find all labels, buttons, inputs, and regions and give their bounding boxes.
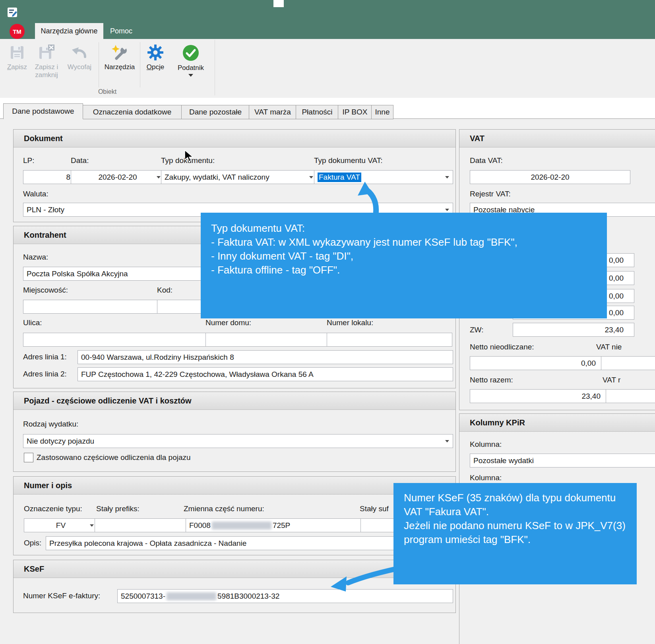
kolumna-combobox[interactable]: Pozostałe wydatki (470, 454, 655, 467)
waluta-value: PLN - Złoty (27, 206, 64, 214)
options-button[interactable]: Opcje (143, 41, 168, 92)
netto-razem-value: 23,40 (581, 392, 601, 401)
tab-ip-box[interactable]: IP BOX (338, 105, 372, 119)
save-button[interactable]: Zapisz (3, 41, 31, 92)
ksef-start: 5250007313- (121, 592, 165, 600)
numer-domu-input[interactable] (205, 333, 330, 347)
adres2-label: Adres linia 2: (23, 369, 67, 379)
tooltip-arrow-up-icon (338, 177, 401, 217)
data-vat-label: Data VAT: (470, 156, 503, 165)
tab-dane-pozostale[interactable]: Dane pozostałe (181, 105, 250, 119)
tab-platnosci[interactable]: Płatności (296, 105, 339, 119)
staly-prefiks-input[interactable] (95, 518, 189, 532)
netto-razem-input[interactable]: 23,40 (470, 389, 611, 403)
numer-ksef-value: 5250007313-5981B3000213-32 (121, 592, 279, 601)
chevron-down-icon (157, 176, 161, 178)
kolumna-value: Pozostałe wydatki (473, 456, 534, 465)
opis-label: Opis: (24, 538, 41, 548)
panel-kolumny-kpir-title: Kolumny KPiR (459, 414, 655, 432)
redacted-text (167, 592, 216, 600)
application-window: { "colors": { "titlebar_green": "#4e7d6e… (0, 0, 655, 644)
data-vat-input[interactable]: 2026-02-20 (470, 170, 630, 184)
tab-dane-podstawowe[interactable]: Dane podstawowe (3, 103, 83, 119)
ribbon-group-label: Obiekt (0, 88, 215, 95)
redacted-text (212, 522, 271, 530)
ribbon-tab-home[interactable]: Narzędzia główne (35, 23, 103, 39)
vat-amount-value: 0,00 (609, 256, 624, 265)
panel-vat-title: VAT (459, 130, 655, 147)
netto-nieodliczane-value: 0,00 (581, 359, 596, 368)
netto-nieodliczane-input[interactable]: 0,00 (470, 356, 607, 370)
typ-dokumentu-combobox[interactable]: Zakupy, wydatki, VAT naliczony (161, 170, 317, 184)
oznaczenie-typu-combobox[interactable]: FV (24, 518, 98, 532)
tooltip-line: - Inny dokument VAT - tag "DI", (211, 249, 597, 263)
staly-sufiks-label: Stały suf (360, 504, 389, 514)
data-vat-value: 2026-02-20 (531, 173, 569, 182)
tab-inne[interactable]: Inne (371, 105, 393, 119)
data-value: 2026-02-20 (98, 173, 137, 182)
zmienna-czesc-input[interactable]: F0008725P (186, 518, 364, 532)
ulica-label: Ulica: (23, 318, 42, 328)
save-and-close-button[interactable]: Zapisz i zamknij (33, 41, 60, 92)
adres2-input[interactable]: FUP Częstochowa 1, 42-229 Częstochowa, W… (78, 367, 453, 381)
tooltip-arrow-left-icon (325, 555, 421, 599)
zw-value: 23,40 (605, 326, 624, 334)
ribbon-tab-help[interactable]: Pomoc (103, 23, 139, 39)
vehicle-partial-deduction-checkbox[interactable] (24, 453, 33, 462)
vat-amount-value: 0,00 (609, 292, 624, 301)
chevron-down-icon (445, 440, 449, 442)
tooltip-ksef: Numer KSeF (35 znaków) dla typu dokument… (393, 483, 637, 584)
adres1-value: 00-940 Warszawa, ul.Rodziny Hiszpańskich… (81, 353, 234, 362)
window-artifact (273, 0, 284, 7)
zmienna-czesc-label: Zmienna część numeru: (184, 504, 264, 514)
zmienna-start: F0008 (189, 521, 211, 530)
opis-input[interactable]: Przesyłka polecona krajowa - Opłata zasa… (46, 536, 453, 550)
adres1-label: Adres linia 1: (23, 352, 67, 362)
mouse-cursor (184, 149, 195, 162)
rodzaj-wydatku-value: Nie dotyczy pojazdu (27, 437, 94, 446)
tools-button[interactable]: Narzędzia (102, 41, 138, 92)
chevron-down-icon (445, 176, 449, 178)
netto-nieodliczane-label: Netto nieodliczane: (470, 342, 534, 352)
staly-prefiks-label: Stały prefiks: (96, 504, 140, 514)
vat-razem-input[interactable] (606, 389, 655, 403)
vehicle-partial-deduction-label: Zastosowano częściowe odliczenia dla poj… (37, 453, 191, 462)
data-combobox[interactable]: 2026-02-20 (71, 170, 165, 184)
zw-input[interactable]: 23,40 (513, 323, 634, 337)
numer-lokalu-input[interactable] (327, 333, 452, 347)
numer-ksef-label: Numer KSeF e-faktury: (23, 591, 100, 601)
app-logo-button[interactable]: TM (10, 24, 25, 39)
zmienna-czesc-value: F0008725P (189, 521, 290, 530)
tab-oznaczenia-dodatkowe[interactable]: Oznaczenia dodatkowe (82, 105, 182, 119)
nazwa-value: Poczta Polska Spółka Akcyjna (27, 270, 128, 278)
ulica-input[interactable] (23, 333, 208, 347)
undo-button[interactable]: Wycofaj (65, 41, 94, 92)
save-and-close-button-label: Zapisz i zamknij (33, 63, 60, 79)
check-circle-icon (182, 44, 200, 62)
tooltip-line: Jeżeli nie podano numeru KSeF to w JPK_V… (404, 519, 626, 547)
chevron-down-icon (188, 74, 193, 77)
miejscowosc-input[interactable] (23, 300, 161, 314)
lp-value: 8 (66, 173, 70, 182)
kod-label: Kod: (157, 285, 172, 295)
miejscowosc-label: Miejscowość: (23, 285, 68, 295)
oznaczenie-typu-value: FV (56, 521, 66, 530)
tools-icon (111, 44, 128, 61)
opis-value: Przesyłka polecona krajowa - Opłata zasa… (49, 539, 246, 548)
vat-nieodliczany-input[interactable] (601, 356, 655, 370)
app-icon (6, 6, 18, 18)
taxpayer-button-label: Podatnik (178, 64, 204, 72)
rodzaj-wydatku-combobox[interactable]: Nie dotyczy pojazdu (23, 434, 453, 448)
taxpayer-button[interactable]: Podatnik (174, 41, 207, 92)
zmienna-end: 725P (273, 521, 290, 530)
chevron-down-icon (90, 524, 94, 527)
kod-input[interactable] (157, 300, 208, 314)
ribbon-group-edge (215, 40, 215, 95)
tooltip-line: - Faktura VAT: w XML wykazywany jest num… (211, 235, 597, 249)
undo-icon (71, 44, 88, 61)
tab-vat-marza[interactable]: VAT marża (249, 105, 296, 119)
adres1-input[interactable]: 00-940 Warszawa, ul.Rodziny Hiszpańskich… (78, 350, 453, 364)
save-and-close-icon (38, 44, 55, 61)
oznaczenie-typu-label: Oznaczenie typu: (24, 504, 82, 514)
data-label: Data: (71, 156, 89, 165)
